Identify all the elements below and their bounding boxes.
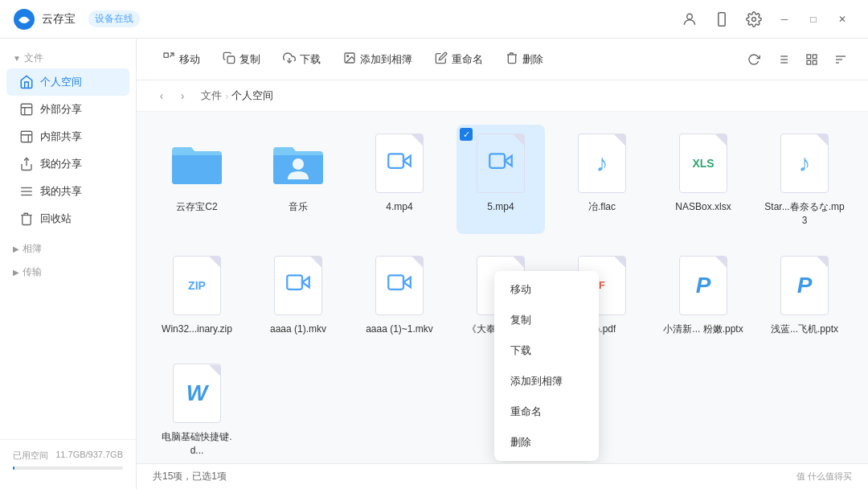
svg-point-12 bbox=[347, 55, 349, 57]
music-file-icon: ♪ bbox=[573, 131, 631, 195]
sidebar-item-internal-share[interactable]: 内部共享 bbox=[6, 123, 129, 150]
file-name: aaaa (1).mkv bbox=[270, 323, 326, 336]
pptx-file-icon: P bbox=[776, 253, 833, 318]
sidebar-item-my-share[interactable]: 我的分享 bbox=[6, 150, 129, 178]
folder-icon bbox=[168, 131, 226, 195]
video-file-icon bbox=[371, 253, 428, 318]
svg-rect-22 bbox=[807, 60, 811, 64]
file-name: 小清新... 粉嫩.pptx bbox=[663, 323, 743, 336]
svg-rect-6 bbox=[21, 131, 32, 142]
toolbar: 移动 复制 下载 bbox=[137, 39, 868, 80]
forward-button[interactable]: › bbox=[174, 87, 191, 105]
svg-rect-21 bbox=[813, 60, 817, 64]
transfer-section-title: ▶ 传输 bbox=[0, 262, 136, 282]
titlebar-controls bbox=[682, 11, 762, 27]
album-icon bbox=[343, 51, 356, 67]
logo-icon bbox=[13, 8, 35, 31]
file-item[interactable]: ✓ 5.mp4 bbox=[457, 125, 545, 234]
breadcrumb-separator: › bbox=[225, 90, 228, 102]
maximize-button[interactable]: □ bbox=[800, 6, 826, 32]
download-button[interactable]: 下载 bbox=[273, 47, 330, 72]
context-menu-delete[interactable]: 删除 bbox=[494, 427, 599, 458]
sidebar-item-trash[interactable]: 回收站 bbox=[6, 205, 129, 232]
svg-rect-32 bbox=[287, 275, 302, 290]
breadcrumb-nav: ‹ › bbox=[153, 87, 191, 105]
context-menu: 移动 复制 下载 添加到相簿 重命名 删除 bbox=[494, 271, 599, 461]
svg-point-26 bbox=[293, 158, 304, 170]
file-item[interactable]: aaaa (1)~1.mkv bbox=[355, 247, 444, 343]
back-button[interactable]: ‹ bbox=[153, 87, 170, 105]
refresh-icon[interactable] bbox=[743, 48, 765, 71]
file-item[interactable]: ♪ Star...春奈るな.mp3 bbox=[760, 125, 849, 234]
file-item[interactable]: aaaa (1).mkv bbox=[254, 247, 342, 343]
delete-icon bbox=[506, 51, 518, 67]
file-item[interactable]: W 电脑基础快捷键.d... bbox=[153, 355, 241, 463]
svg-rect-28 bbox=[388, 154, 403, 168]
device-status: 设备在线 bbox=[88, 10, 140, 27]
file-item[interactable]: 音乐 bbox=[254, 125, 342, 234]
video-file-icon bbox=[472, 131, 530, 195]
sidebar-item-personal[interactable]: 个人空间 bbox=[6, 68, 129, 96]
file-item[interactable]: XLS NASBox.xlsx bbox=[659, 125, 747, 234]
storage-info: 已用空间 11.7GB/937.7GB bbox=[0, 439, 136, 479]
file-name: 电脑基础快捷键.d... bbox=[157, 430, 237, 458]
file-name: 音乐 bbox=[289, 200, 308, 214]
context-menu-move[interactable]: 移动 bbox=[494, 274, 599, 305]
add-to-album-button[interactable]: 添加到相簿 bbox=[334, 47, 422, 72]
internal-share-icon bbox=[19, 129, 34, 144]
status-info: 共15项，已选1项 bbox=[153, 470, 227, 483]
rename-button[interactable]: 重命名 bbox=[425, 47, 493, 72]
context-menu-copy[interactable]: 复制 bbox=[494, 305, 599, 335]
svg-marker-33 bbox=[403, 277, 411, 288]
titlebar: 云存宝 设备在线 ─ □ ✕ bbox=[0, 0, 868, 39]
file-name: Star...春奈るな.mp3 bbox=[764, 200, 845, 228]
delete-button[interactable]: 删除 bbox=[496, 47, 553, 72]
video-file-icon bbox=[269, 253, 327, 318]
storage-bar bbox=[13, 466, 123, 470]
context-menu-add-album[interactable]: 添加到相簿 bbox=[494, 366, 599, 397]
window-controls: ─ □ ✕ bbox=[772, 6, 855, 32]
minimize-button[interactable]: ─ bbox=[772, 6, 797, 32]
sort-icon[interactable] bbox=[829, 48, 852, 71]
svg-rect-8 bbox=[164, 53, 168, 57]
xls-file-icon: XLS bbox=[674, 131, 732, 195]
file-item[interactable]: ZIP Win32...inary.zip bbox=[153, 247, 241, 343]
context-menu-rename[interactable]: 重命名 bbox=[494, 397, 599, 427]
breadcrumb: ‹ › 文件 › 个人空间 bbox=[137, 80, 868, 112]
download-icon bbox=[283, 51, 296, 67]
phone-icon[interactable] bbox=[714, 11, 730, 27]
user-icon[interactable] bbox=[682, 11, 698, 27]
main-layout: ▼ 文件 个人空间 外部分享 bbox=[0, 39, 868, 489]
trash-icon bbox=[19, 212, 34, 226]
rename-icon bbox=[435, 51, 448, 67]
breadcrumb-current: 个人空间 bbox=[231, 88, 273, 103]
copy-button[interactable]: 复制 bbox=[213, 47, 270, 72]
folder-with-person-icon bbox=[269, 131, 327, 195]
grid-view-icon[interactable] bbox=[800, 48, 823, 71]
file-item[interactable]: P 浅蓝...飞机.pptx bbox=[760, 247, 849, 343]
file-item[interactable]: 云存宝C2 bbox=[153, 125, 241, 234]
external-share-icon bbox=[19, 102, 34, 117]
svg-rect-30 bbox=[489, 154, 505, 168]
file-grid-container[interactable]: 云存宝C2 音乐 bbox=[137, 112, 868, 463]
storage-fill bbox=[13, 466, 14, 470]
sidebar-item-my-shared[interactable]: 我的共享 bbox=[6, 178, 129, 205]
checkbox: ✓ bbox=[460, 128, 473, 141]
file-item[interactable]: ♪ 冶.flac bbox=[558, 125, 646, 234]
context-menu-download[interactable]: 下载 bbox=[494, 335, 599, 366]
file-item[interactable]: 4.mp4 bbox=[355, 125, 444, 234]
sidebar-item-external-share[interactable]: 外部分享 bbox=[6, 96, 129, 123]
file-item[interactable]: P 小清新... 粉嫩.pptx bbox=[659, 247, 747, 343]
breadcrumb-parent[interactable]: 文件 bbox=[201, 88, 222, 103]
my-shared-icon bbox=[19, 184, 34, 199]
list-view-icon[interactable] bbox=[772, 48, 794, 71]
app-logo: 云存宝 bbox=[13, 8, 76, 31]
file-name: 云存宝C2 bbox=[176, 200, 217, 214]
settings-icon[interactable] bbox=[746, 11, 762, 27]
svg-marker-31 bbox=[302, 277, 309, 288]
video-file-icon bbox=[371, 131, 428, 195]
move-button[interactable]: 移动 bbox=[153, 47, 210, 72]
file-name: 浅蓝...飞机.pptx bbox=[771, 323, 838, 336]
close-button[interactable]: ✕ bbox=[829, 6, 855, 32]
toolbar-right bbox=[743, 48, 852, 71]
